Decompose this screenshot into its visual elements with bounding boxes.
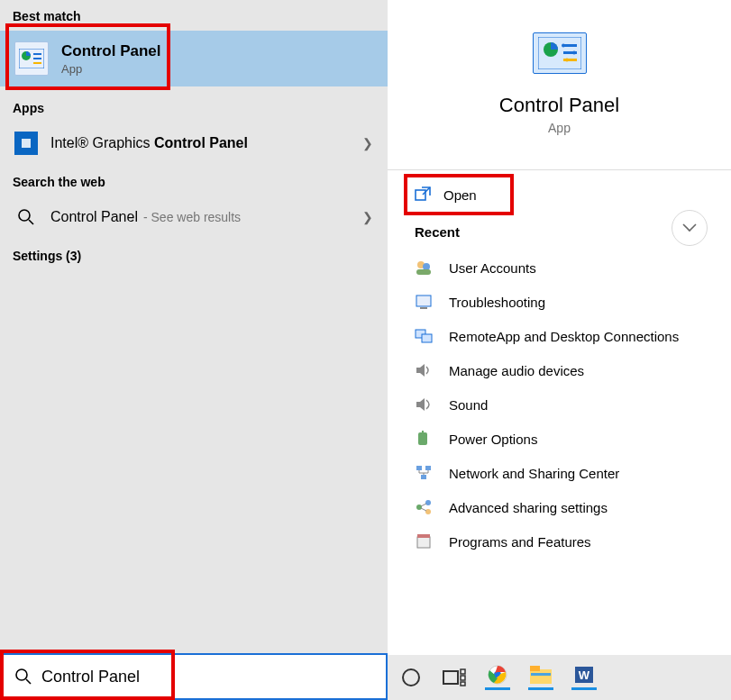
task-view-icon[interactable] (442, 665, 467, 690)
recent-item-programs-features[interactable]: Programs and Features (415, 524, 731, 559)
svg-line-37 (421, 504, 426, 506)
svg-rect-13 (563, 44, 577, 47)
svg-rect-50 (531, 673, 551, 676)
recent-block: Recent User Accounts Troubleshooting Rem… (388, 219, 731, 559)
best-match-subtitle: App (61, 62, 161, 76)
svg-rect-30 (422, 431, 424, 433)
control-panel-icon (14, 41, 49, 76)
speaker-icon (415, 361, 433, 379)
svg-point-35 (425, 500, 431, 505)
recent-item-label: RemoteApp and Desktop Connections (449, 329, 679, 344)
svg-rect-40 (417, 534, 430, 538)
file-explorer-icon[interactable] (528, 665, 553, 690)
recent-item-user-accounts[interactable]: User Accounts (415, 250, 731, 285)
svg-line-8 (29, 220, 33, 224)
svg-rect-48 (530, 669, 552, 684)
hero-title: Control Panel (499, 94, 619, 117)
web-result-label: Control Panel - See web results (50, 209, 241, 225)
svg-rect-26 (422, 334, 432, 342)
svg-rect-31 (416, 466, 422, 470)
svg-rect-22 (416, 269, 431, 275)
svg-line-38 (421, 508, 426, 511)
recent-item-advanced-sharing[interactable]: Advanced sharing settings (415, 490, 731, 524)
chevron-right-icon: ❯ (362, 210, 373, 224)
search-bar[interactable] (0, 653, 388, 700)
settings-header[interactable]: Settings (3) (0, 240, 388, 268)
recent-item-label: Power Options (449, 432, 537, 447)
recent-item-label: Troubleshooting (449, 295, 545, 310)
svg-rect-42 (443, 671, 458, 684)
svg-point-7 (19, 210, 30, 221)
control-panel-large-icon (533, 32, 587, 74)
svg-rect-45 (461, 682, 465, 686)
recent-item-sound[interactable]: Sound (415, 387, 731, 422)
network-icon (415, 464, 433, 482)
svg-point-34 (416, 505, 422, 510)
recent-item-label: User Accounts (449, 260, 536, 276)
recent-item-label: Sound (449, 397, 488, 413)
recent-item-remoteapp[interactable]: RemoteApp and Desktop Connections (415, 319, 731, 353)
word-icon[interactable]: W (571, 665, 597, 690)
svg-point-41 (403, 669, 419, 686)
details-pane: Control Panel App Open Recent User Accou… (388, 0, 731, 700)
recent-item-troubleshooting[interactable]: Troubleshooting (415, 285, 731, 319)
best-match-item-control-panel[interactable]: Control Panel App (0, 31, 388, 86)
chrome-icon[interactable] (485, 665, 510, 690)
troubleshooting-icon (415, 293, 433, 311)
user-accounts-icon (415, 259, 433, 277)
svg-line-10 (26, 679, 31, 684)
svg-rect-29 (418, 432, 427, 445)
sharing-icon (415, 498, 433, 516)
best-match-title: Control Panel (61, 42, 161, 60)
search-bar-container (0, 653, 388, 700)
search-results-pane: Best match Control Panel App Apps (0, 0, 388, 700)
svg-rect-43 (461, 669, 465, 674)
svg-rect-49 (530, 666, 540, 671)
recent-item-label: Manage audio devices (449, 363, 584, 378)
best-match-header: Best match (0, 0, 388, 29)
open-icon (415, 186, 431, 203)
recent-item-power-options[interactable]: Power Options (415, 422, 731, 456)
svg-rect-33 (421, 475, 426, 479)
search-web-header: Search the web (0, 166, 388, 195)
search-icon (14, 205, 38, 229)
apps-item-label: Intel® Graphics Control Panel (50, 135, 248, 151)
svg-point-9 (16, 669, 27, 680)
svg-point-18 (565, 59, 569, 62)
web-result-control-panel[interactable]: Control Panel - See web results ❯ (0, 195, 388, 240)
svg-marker-28 (416, 398, 425, 411)
expand-button[interactable] (672, 210, 708, 246)
programs-icon (415, 532, 433, 550)
taskbar: W (388, 655, 731, 700)
svg-point-21 (423, 263, 430, 270)
svg-rect-39 (417, 537, 430, 548)
power-icon (415, 430, 433, 448)
svg-point-36 (425, 509, 431, 514)
recent-item-label: Advanced sharing settings (449, 500, 608, 515)
recent-item-label: Network and Sharing Center (449, 466, 619, 481)
hero-subtitle: App (548, 121, 571, 135)
svg-point-16 (562, 44, 565, 48)
intel-icon (14, 132, 38, 155)
remoteapp-icon (415, 327, 433, 345)
search-icon (14, 668, 32, 686)
svg-rect-4 (33, 62, 41, 64)
svg-rect-6 (22, 139, 31, 148)
svg-text:W: W (579, 668, 590, 682)
recent-item-manage-audio[interactable]: Manage audio devices (415, 353, 731, 387)
chevron-right-icon: ❯ (362, 136, 373, 150)
recent-item-network-sharing[interactable]: Network and Sharing Center (415, 456, 731, 490)
open-label: Open (443, 187, 477, 203)
svg-rect-44 (461, 676, 465, 680)
best-match-text: Control Panel App (61, 42, 161, 76)
apps-item-intel-graphics[interactable]: Intel® Graphics Control Panel ❯ (0, 121, 388, 166)
svg-point-17 (572, 51, 576, 55)
cortana-icon[interactable] (398, 665, 424, 690)
svg-rect-3 (33, 58, 41, 59)
recent-item-label: Programs and Features (449, 534, 591, 550)
apps-header: Apps (0, 92, 388, 121)
hero-block: Control Panel App (388, 0, 731, 151)
svg-rect-24 (420, 307, 427, 309)
search-input[interactable] (41, 668, 373, 686)
svg-marker-27 (416, 364, 425, 377)
